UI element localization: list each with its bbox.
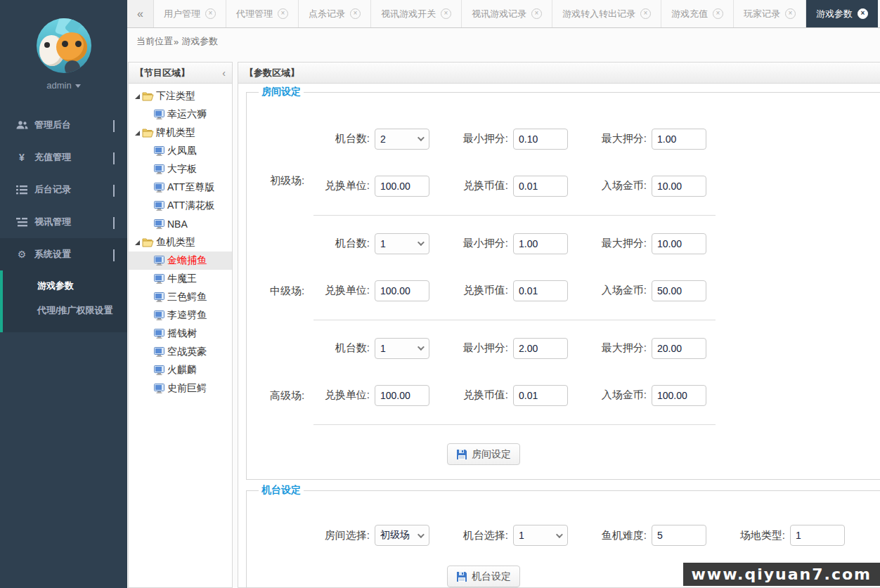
tree-group-card-machine[interactable]: 牌机类型: [129, 124, 232, 142]
close-icon[interactable]: ×: [350, 8, 361, 19]
tab-kill-records[interactable]: 点杀记录×: [299, 0, 371, 27]
field-type-input[interactable]: [790, 525, 845, 546]
exchange-unit-label: 兑换单位:: [313, 388, 370, 402]
room-settings-fieldset: 房间设定 初级场: 机台数: 2 最小押分: 最大押分:: [246, 86, 880, 480]
monitor-icon: [154, 146, 165, 156]
user-menu[interactable]: admin: [0, 80, 127, 91]
username-label: admin: [46, 80, 71, 91]
monitor-icon: [154, 329, 165, 339]
max-bet-input[interactable]: [652, 233, 706, 254]
sidebar-item-video-management[interactable]: 视讯管理: [0, 206, 127, 238]
chevron-down-icon: [113, 249, 115, 260]
sidebar-item-game-params[interactable]: 游戏参数: [3, 273, 127, 298]
tab-agent-management[interactable]: 代理管理×: [226, 0, 299, 27]
tree-item-tricolor-crocodile[interactable]: 三色鳄鱼: [129, 288, 232, 306]
sidebar-item-backend-records[interactable]: 后台记录: [0, 174, 127, 206]
monitor-icon: [154, 164, 165, 174]
exchange-unit-input[interactable]: [375, 176, 429, 197]
machine-select[interactable]: 1: [513, 525, 568, 546]
tree-item-att-full-flower[interactable]: ATT满花板: [129, 197, 232, 215]
tab-video-game-records[interactable]: 视讯游戏记录×: [462, 0, 552, 27]
chevron-down-icon: [418, 134, 425, 141]
chevron-down-icon: [418, 239, 425, 246]
exchange-unit-label: 兑换单位:: [313, 179, 370, 192]
tab-video-game-switch[interactable]: 视讯游戏开关×: [371, 0, 462, 27]
tree-item-big-board[interactable]: 大字板: [129, 160, 232, 178]
tree-item-att-supreme[interactable]: ATT至尊版: [129, 178, 232, 197]
tab-game-params[interactable]: 游戏参数×: [806, 0, 878, 27]
sidebar-item-admin-backend[interactable]: 管理后台: [0, 109, 127, 141]
expander-icon[interactable]: [135, 131, 140, 136]
close-icon[interactable]: ×: [640, 8, 651, 19]
tree-item-lucky-lions[interactable]: 幸运六狮: [129, 105, 232, 124]
min-bet-input[interactable]: [513, 338, 568, 359]
exchange-unit-input[interactable]: [375, 280, 429, 301]
gears-icon: ⚙: [15, 249, 29, 260]
difficulty-label: 鱼机难度:: [590, 529, 647, 542]
min-bet-input[interactable]: [513, 129, 568, 150]
close-icon[interactable]: ×: [531, 8, 542, 19]
sidebar-item-label: 后台记录: [34, 183, 71, 196]
save-icon: [456, 449, 467, 460]
min-bet-input[interactable]: [513, 233, 568, 254]
breadcrumb-separator: »: [174, 37, 179, 47]
close-icon[interactable]: ×: [713, 8, 723, 19]
tab-transfer-records[interactable]: 游戏转入转出记录×: [552, 0, 661, 27]
machines-select[interactable]: 2: [375, 129, 429, 150]
sidebar-item-agent-permissions[interactable]: 代理/推广权限设置: [3, 298, 127, 322]
close-icon[interactable]: ×: [858, 8, 868, 19]
tree-item-bull-demon-king[interactable]: 牛魔王: [129, 270, 232, 288]
game-tree: 下注类型 幸运六狮 牌机类型 火凤凰 大字板 ATT至尊版: [129, 84, 232, 398]
max-bet-label: 最大押分:: [590, 341, 647, 355]
max-bet-input[interactable]: [652, 129, 706, 150]
close-icon[interactable]: ×: [441, 8, 451, 19]
tree-item-likui-fishing[interactable]: 李逵劈鱼: [129, 306, 232, 325]
expander-icon[interactable]: [135, 94, 140, 99]
max-bet-input[interactable]: [652, 338, 706, 359]
machines-select[interactable]: 1: [375, 233, 429, 254]
exchange-rate-label: 兑换币值:: [452, 388, 508, 402]
panel-collapse-icon[interactable]: ‹: [222, 67, 226, 79]
avatar[interactable]: [37, 18, 91, 73]
entry-coins-input[interactable]: [652, 176, 706, 197]
difficulty-input[interactable]: [652, 525, 706, 546]
exchange-rate-input[interactable]: [513, 176, 568, 197]
exchange-rate-input[interactable]: [513, 280, 568, 301]
machines-label: 机台数:: [313, 341, 370, 355]
tree-group-fish-machine[interactable]: 鱼机类型: [129, 233, 232, 251]
tree-item-golden-toad-fishing[interactable]: 金蟾捕鱼: [129, 251, 232, 270]
sidebar-group-system-settings: ⚙ 系统设置 游戏参数 代理/推广权限设置: [0, 238, 127, 332]
exchange-rate-input[interactable]: [513, 385, 568, 406]
sidebar-item-system-settings[interactable]: ⚙ 系统设置: [0, 238, 127, 270]
room-row-intermediate: 中级场: 机台数: 1 最小押分: 最大押分: 兑换单位:: [313, 215, 716, 320]
close-icon[interactable]: ×: [785, 8, 796, 19]
machines-select[interactable]: 1: [375, 338, 429, 359]
tab-player-records[interactable]: 玩家记录×: [734, 0, 806, 27]
tree-item-air-combat-heroes[interactable]: 空战英豪: [129, 343, 232, 361]
entry-coins-label: 入场金币:: [590, 388, 647, 402]
tree-item-money-tree[interactable]: 摇钱树: [129, 325, 232, 343]
close-icon[interactable]: ×: [278, 8, 288, 19]
tree-group-bet-type[interactable]: 下注类型: [129, 87, 232, 105]
tree-item-fire-kirin[interactable]: 火麒麟: [129, 361, 232, 379]
list-icon: [15, 185, 29, 195]
room-settings-save-button[interactable]: 房间设定: [447, 443, 520, 465]
tab-game-recharge[interactable]: 游戏充值×: [661, 0, 734, 27]
exchange-unit-input[interactable]: [375, 385, 429, 406]
monitor-icon: [154, 365, 165, 375]
close-icon[interactable]: ×: [205, 8, 216, 19]
machine-settings-save-button[interactable]: 机台设定: [447, 566, 520, 587]
tabs-collapse-button[interactable]: «: [127, 0, 154, 27]
room-name-label: 初级场:: [270, 122, 313, 239]
room-select[interactable]: 初级场: [375, 525, 429, 546]
entry-coins-input[interactable]: [652, 280, 706, 301]
sidebar-item-label: 系统设置: [34, 248, 71, 261]
expander-icon[interactable]: [135, 240, 140, 245]
sidebar-item-recharge[interactable]: ¥ 充值管理: [0, 141, 127, 174]
tab-user-management[interactable]: 用户管理×: [154, 0, 226, 27]
tree-item-prehistoric-croc[interactable]: 史前巨鳄: [129, 379, 232, 398]
tree-item-nba[interactable]: NBA: [129, 215, 232, 233]
tree-item-fire-phoenix[interactable]: 火凤凰: [129, 142, 232, 160]
tree-group-label: 鱼机类型: [156, 236, 195, 249]
entry-coins-input[interactable]: [652, 385, 706, 406]
